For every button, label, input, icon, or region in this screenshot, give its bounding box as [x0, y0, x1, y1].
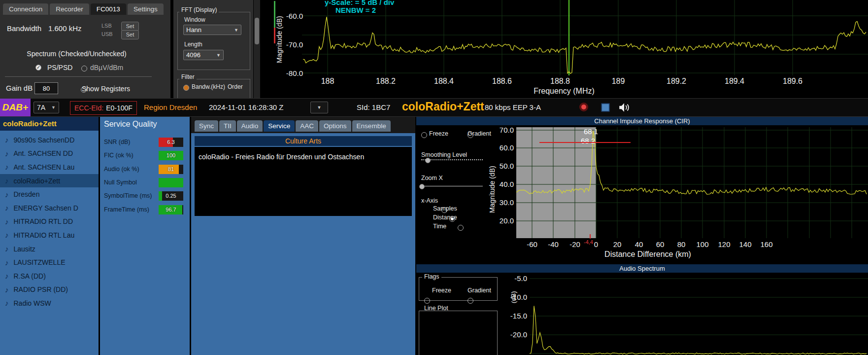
spectrum-x-axis-label: Frequency (MHz) [534, 87, 595, 96]
scrollbar-handle[interactable] [255, 18, 259, 44]
quality-row-bar [159, 178, 183, 187]
zoom-x-slider-track[interactable] [421, 186, 483, 186]
audio-gradient-label: Gradient [467, 287, 491, 294]
device-tab-fc0013[interactable]: FC0013 [91, 3, 126, 15]
service-tab-service[interactable]: Service [264, 120, 295, 132]
music-note-icon: ♪ [5, 272, 9, 280]
tii-annotation-2: 68 2 [581, 137, 595, 145]
zoom-x-slider-handle[interactable] [419, 184, 425, 189]
service-list-item[interactable]: ♪Dresden [0, 187, 99, 201]
echo-marker [590, 234, 591, 239]
fft-panel: FFT (Display) Window Hann ▼ Length 4096 … [173, 0, 253, 98]
ps-psd-radio[interactable] [35, 65, 41, 71]
service-list-item[interactable]: ♪R.SA (DD) [0, 269, 99, 283]
service-name-label: coloRadio+Zett [14, 177, 61, 185]
spectrum-x-tick: 189.6 [783, 77, 802, 86]
music-note-icon: ♪ [5, 177, 9, 185]
service-list-item[interactable]: ♪LAUSITZWELLE [0, 255, 99, 269]
service-list-item[interactable]: ♪Lausitz [0, 242, 99, 256]
device-tab-recorder[interactable]: Recorder [50, 3, 89, 15]
cir-freeze-radio[interactable] [421, 132, 427, 138]
cir-y-tick: 50.0 [490, 162, 514, 170]
cir-x-tick: -60 [527, 240, 537, 248]
service-quality-panel: Service Quality SNR (dB)6.3FIC (ok %)100… [100, 117, 190, 355]
audio-freeze-radio[interactable] [424, 298, 430, 304]
speaker-icon[interactable] [618, 101, 631, 114]
service-tab-ensemble[interactable]: Ensemble [352, 120, 391, 132]
service-list-item[interactable]: ♪coloRadio+Zett [0, 174, 99, 188]
ecc-value: E0-100F [106, 104, 133, 112]
quality-row-bar: 0.25 [159, 191, 183, 201]
record-button[interactable] [579, 103, 588, 111]
scrollbar[interactable] [254, 0, 260, 98]
audio-gradient-radio[interactable] [467, 298, 473, 304]
window-select[interactable]: Hann ▼ [183, 25, 241, 35]
service-list-item[interactable]: ♪Ant. SACHSEN DD [0, 147, 99, 161]
usb-set-button[interactable]: Set [121, 30, 139, 39]
device-panel: ConnectionRecorderFC0013Settings Bandwid… [0, 0, 170, 98]
quality-row-label: FIC (ok %) [104, 152, 134, 159]
spectrum-y-tick: -80.0 [278, 69, 303, 77]
gain-input[interactable] [34, 82, 58, 94]
cir-x-tick: 80 [677, 240, 686, 248]
length-select-value: 4096 [186, 51, 200, 59]
length-select[interactable]: 4096 ▼ [183, 50, 224, 60]
device-tab-settings[interactable]: Settings [128, 3, 164, 15]
tii-annotation-1: 68 1 [584, 127, 598, 136]
zoom-x-label: Zoom X [421, 175, 443, 181]
service-list: coloRadio+Zett ♪90s90s SachsenDD♪Ant. SA… [0, 117, 99, 355]
service-name-label: HITRADIO RTL DD [14, 217, 73, 225]
dbuv-dbm-radio[interactable] [81, 66, 87, 71]
bandwidth-filter-radio[interactable] [183, 85, 189, 91]
gain-label: Gain dB [6, 84, 33, 92]
cir-canvas [516, 127, 868, 238]
service-list-item[interactable]: ♪90s90s SachsenDD [0, 133, 99, 147]
service-detail-panel: SyncTIIAudioServiceAACOptionsEnsemble Cu… [191, 117, 415, 355]
spectrum-y-axis-label: Magnitude (dB) [275, 16, 283, 63]
service-name-label: Radio WSW [14, 299, 51, 307]
cir-x-axis-label: Distance Difference (km) [604, 250, 691, 259]
smoothing-slider-handle[interactable] [425, 158, 431, 163]
service-list-item[interactable]: ♪RADIO PSR (DD) [0, 283, 99, 297]
audio-y-tick: -10.0 [505, 293, 527, 301]
lineplot-groupbox [419, 311, 498, 355]
service-list-item[interactable]: ♪HITRADIO RTL DD [0, 215, 99, 229]
quality-row-value: 0.25 [159, 191, 183, 201]
service-list-item[interactable]: ♪Ant. SACHSEN Lau [0, 160, 99, 174]
service-tab-tii[interactable]: TII [219, 120, 236, 132]
service-tab-sync[interactable]: Sync [195, 120, 218, 132]
service-tab-aac[interactable]: AAC [296, 120, 318, 132]
service-list-item[interactable]: ♪ENERGY Sachsen D [0, 201, 99, 215]
service-name-label: ENERGY Sachsen D [14, 204, 78, 212]
x-axis-time-radio[interactable] [458, 225, 464, 231]
chevron-down-icon: ▼ [234, 28, 238, 33]
service-description: coloRadio - Freies Radio für Dresden und… [195, 147, 412, 216]
audio-y-tick: -20.0 [505, 330, 527, 339]
service-list-item[interactable]: ♪Radio WSW [0, 296, 99, 310]
quality-row-label: Null Symbol [104, 179, 137, 186]
spectrum-x-tick: 188.8 [550, 77, 570, 86]
service-name-label: LAUSITZWELLE [14, 258, 66, 266]
cir-x-tick: -40 [548, 240, 559, 248]
cir-freeze-label: Freeze [429, 130, 448, 137]
service-tab-audio[interactable]: Audio [237, 120, 263, 132]
cir-x-tick: -20 [569, 240, 580, 248]
cir-x-tick: 60 [656, 240, 665, 248]
fft-groupbox-title: FFT (Display) [179, 6, 219, 13]
current-service-name: coloRadio+Zett [402, 100, 484, 113]
music-note-icon: ♪ [5, 245, 9, 253]
device-tab-connection[interactable]: Connection [3, 3, 48, 15]
service-list-item[interactable]: ♪HITRADIO RTL Lau [0, 228, 99, 242]
echo-marker-value: -4,4 [584, 239, 593, 245]
ensemble-dropdown-button[interactable]: ▼ [310, 102, 328, 113]
order-label: Order [228, 83, 243, 90]
channel-select[interactable]: 7A ▼ [33, 102, 59, 113]
cir-gradient-label: Gradient [467, 130, 491, 137]
service-tabs: SyncTIIAudioServiceAACOptionsEnsemble [195, 120, 391, 132]
music-note-icon: ♪ [5, 299, 9, 307]
music-note-icon: ♪ [5, 163, 9, 171]
service-tab-options[interactable]: Options [319, 120, 351, 132]
smoothing-level-label: Smoothing Level [421, 151, 467, 158]
service-list-items: ♪90s90s SachsenDD♪Ant. SACHSEN DD♪Ant. S… [0, 131, 99, 310]
stop-button[interactable] [601, 103, 610, 112]
